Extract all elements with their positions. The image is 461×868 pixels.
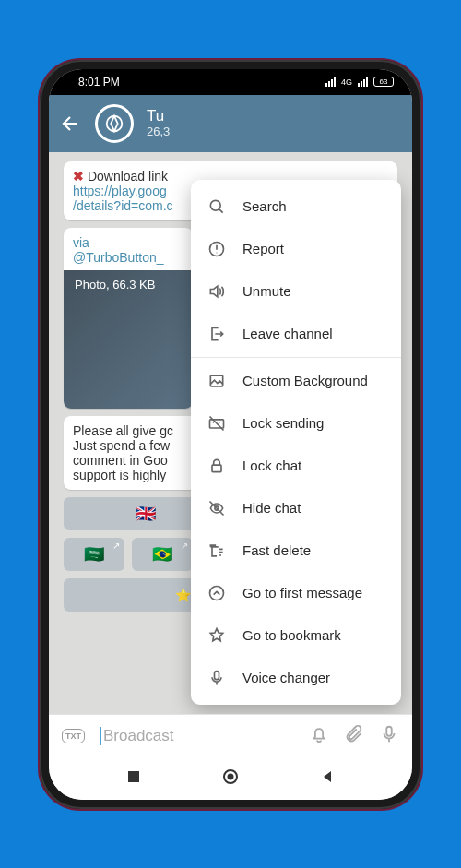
star-icon [207,626,226,645]
keyboard-off-icon [207,414,226,433]
play-link-2[interactable]: /details?id=com.c [73,198,173,213]
menu-search[interactable]: Search [191,185,401,228]
menu-separator [191,357,401,358]
svg-point-0 [107,115,123,131]
svg-rect-10 [128,771,139,782]
status-right: 4G 63 [325,77,394,87]
signal-icon [325,77,336,87]
svg-rect-9 [386,726,392,735]
nav-back[interactable] [320,769,335,788]
channel-title: Tu [147,107,170,125]
app-bar: Tu 26,3 [49,95,412,152]
screen: 8:01 PM 4G 63 Tu 26,3 ✖ [49,69,412,800]
alert-icon: ✖ [73,169,84,184]
chevron-up-circle-icon [207,584,226,602]
menu-unmute[interactable]: Unmute [191,270,401,313]
menu-hide-chat[interactable]: Hide chat [191,487,401,529]
menu-leave[interactable]: Leave channel [191,313,401,355]
menu-voice-changer[interactable]: Voice changer [191,657,401,699]
hide-icon [207,499,226,517]
menu-lock-chat[interactable]: Lock chat [191,445,401,487]
menu-background[interactable]: Custom Background [191,360,401,402]
svg-rect-3 [210,375,222,386]
signal-icon-2 [358,77,368,87]
svg-rect-8 [215,671,219,679]
attach-icon[interactable] [344,724,364,748]
unmute-icon [207,282,226,301]
nav-bar [49,757,412,800]
input-bar: TXT Broadcast [49,714,412,757]
message-input[interactable]: Broadcast [100,727,294,745]
nav-recent[interactable] [126,769,141,788]
menu-report[interactable]: Report [191,228,401,270]
menu-fast-delete[interactable]: Fast delete [191,529,401,572]
photo-size: Photo, 66.3 KB [64,270,193,291]
mic-icon [207,669,226,687]
channel-subtitle: 26,3 [147,125,170,139]
context-menu: Search Report Unmute Leave channel [191,180,401,705]
menu-first-message[interactable]: Go to first message [191,572,401,614]
download-prefix: Download link [88,169,168,184]
flag-br[interactable]: ↗🇧🇷 [132,538,193,571]
back-button[interactable] [60,113,82,135]
play-link-1[interactable]: https://play.goog [73,184,167,198]
search-icon [207,197,226,216]
chat-body: ✖ Download link https://play.goog /detai… [49,152,412,714]
via-label: via @TurboButton_ [73,235,164,265]
svg-point-1 [210,200,220,210]
message-photo[interactable]: via @TurboButton_ Photo, 66.3 KB [64,228,193,409]
lock-icon [207,457,226,475]
image-icon [207,372,226,390]
phone-frame: 8:01 PM 4G 63 Tu 26,3 ✖ [40,60,421,809]
leave-icon [207,325,226,343]
report-icon [207,240,226,258]
svg-point-12 [228,773,234,779]
txt-badge[interactable]: TXT [62,729,85,743]
nav-home[interactable] [222,768,239,789]
menu-lock-sending[interactable]: Lock sending [191,402,401,445]
delete-icon [207,541,226,560]
status-bar: 8:01 PM 4G 63 [49,69,412,95]
menu-bookmark[interactable]: Go to bookmark [191,614,401,657]
status-time: 8:01 PM [78,76,120,89]
bell-icon[interactable] [309,724,329,748]
battery-icon: 63 [373,77,394,87]
svg-point-7 [210,586,224,600]
voice-icon[interactable] [379,724,399,748]
svg-rect-5 [212,465,221,472]
flag-sa[interactable]: ↗🇸🇦 [64,538,124,571]
channel-avatar[interactable] [95,104,134,143]
header-title-block[interactable]: Tu 26,3 [147,107,170,138]
network-label: 4G [341,77,352,87]
